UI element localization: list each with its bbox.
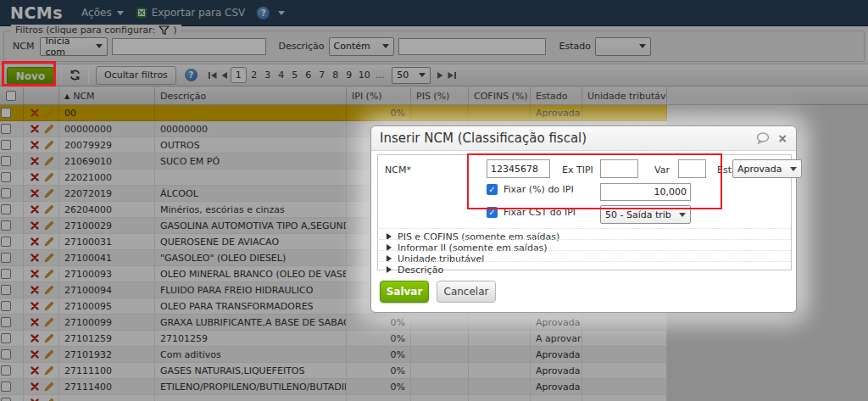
- fixar-ipi-label: Fixar (%) do IPI: [504, 184, 574, 195]
- ipi-percent-input[interactable]: [600, 183, 691, 201]
- cancelar-button[interactable]: Cancelar: [437, 281, 496, 303]
- collapsed-arrow-icon: [387, 266, 392, 273]
- ncm-field-label: NCM*: [385, 164, 411, 175]
- cst-select-value: 50 - Saída trib: [605, 209, 671, 220]
- modal-header: Inserir NCM (Classificação fiscal) ×: [371, 126, 796, 151]
- modal-title: Inserir NCM (Classificação fiscal): [380, 131, 756, 146]
- salvar-button[interactable]: Salvar: [380, 281, 429, 303]
- comment-icon[interactable]: [756, 132, 771, 144]
- ex-tipi-input[interactable]: [600, 159, 638, 178]
- fixar-ipi-checkbox[interactable]: ✓: [487, 184, 498, 195]
- fixar-cst-row: ✓ Fixar CST do IPI: [487, 207, 576, 218]
- estado-select-value: Aprovada: [737, 164, 782, 175]
- inserir-ncm-modal: Inserir NCM (Classificação fiscal) × NCM…: [370, 125, 797, 313]
- modal-form-box: NCM* Ex TIPI Var Estado* Aprovada ✓ Fixa…: [377, 154, 792, 270]
- estado-select[interactable]: Aprovada: [732, 159, 802, 178]
- chevron-down-icon: [790, 167, 797, 171]
- section-descricao-label: Descrição: [398, 265, 443, 276]
- var-input[interactable]: [678, 159, 706, 178]
- fixar-ipi-row: ✓ Fixar (%) do IPI: [487, 184, 574, 195]
- cst-select[interactable]: 50 - Saída trib: [600, 205, 691, 224]
- ncm-input[interactable]: [487, 159, 550, 178]
- var-label: Var: [654, 164, 670, 175]
- ncm-app: NCMs Ações Exportar para CSV ? Filtros (…: [0, 0, 868, 401]
- fixar-cst-label: Fixar CST do IPI: [504, 207, 576, 218]
- fixar-cst-checkbox[interactable]: ✓: [487, 207, 498, 218]
- close-icon[interactable]: ×: [777, 132, 787, 144]
- section-descricao[interactable]: Descrição: [379, 261, 791, 277]
- chevron-down-icon: [679, 213, 686, 217]
- ex-tipi-label: Ex TIPI: [562, 164, 593, 175]
